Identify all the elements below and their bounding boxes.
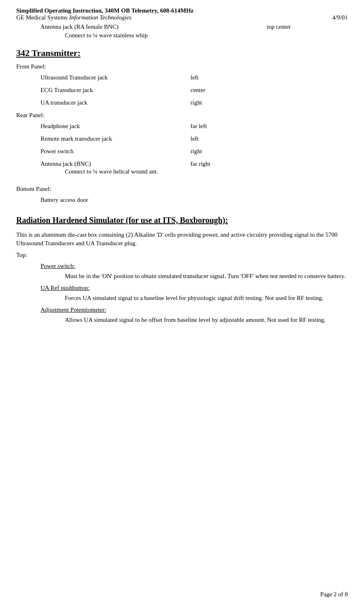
item-label-ua: UA transducer jack: [41, 99, 191, 106]
item-label-battery: Battery access door: [41, 197, 191, 203]
ua-ref-heading: UA Ref pushbutton:: [41, 285, 348, 291]
item-label-power: Power switch: [41, 148, 191, 155]
rear-panel-heading: Rear Panel:: [16, 112, 348, 119]
item-value-remote: left: [191, 135, 199, 142]
list-item: ECG Transducer jack center: [41, 87, 348, 94]
page-title: Simplified Operating Instruction, 340M O…: [16, 7, 193, 14]
bottom-panel-section: Bottom Panel: Battery access door: [16, 186, 348, 203]
antenna-value: top center: [267, 24, 348, 30]
list-item: Headphone jack far left: [41, 123, 348, 130]
antenna-sub: Connect to ¼ wave stainless whip: [41, 32, 348, 39]
item-label-headphone: Headphone jack: [41, 123, 191, 130]
radiation-section: Radiation Hardened Simulator (for use at…: [16, 216, 348, 324]
page-header: Simplified Operating Instruction, 340M O…: [16, 7, 348, 21]
company-name: GE Medical Systems Information Technolog…: [16, 14, 131, 21]
front-panel-section: Front Panel: Ultrasound Transducer jack …: [16, 63, 348, 106]
adjustment-subsection: Adjustment Potentiometer: Allows UA simu…: [16, 306, 348, 324]
item-label-ecg: ECG Transducer jack: [41, 87, 191, 94]
front-panel-items: Ultrasound Transducer jack left ECG Tran…: [16, 74, 348, 106]
list-item: Ultrasound Transducer jack left: [41, 74, 348, 81]
intro-section: Antenna jack (RA female BNC) top center …: [16, 24, 348, 39]
rear-panel-section: Rear Panel: Headphone jack far left Remo…: [16, 112, 348, 181]
item-value-antenna-bnc: far right: [191, 161, 210, 167]
item-value-ua: right: [191, 99, 202, 106]
bottom-panel-heading: Bottom Panel:: [16, 186, 348, 193]
radiation-heading: Radiation Hardened Simulator (for use at…: [16, 216, 348, 225]
document-date: 4/9/01: [332, 14, 348, 21]
front-panel-heading: Front Panel:: [16, 63, 348, 70]
bottom-panel-items: Battery access door: [16, 197, 348, 203]
ua-ref-content: Forces UA simulated signal to a baseline…: [41, 294, 348, 302]
power-switch-content: Must be in the 'ON' position to obtain s…: [41, 272, 348, 281]
antenna-label: Antenna jack (RA female BNC): [41, 24, 118, 30]
transmitter-heading: 342 Transmitter:: [16, 48, 348, 58]
list-item: Power switch right: [41, 148, 348, 155]
item-value-headphone: far left: [191, 123, 207, 130]
company-italic: Information Technologies: [69, 14, 131, 21]
adjustment-content: Allows UA simulated signal to be offset …: [41, 316, 348, 324]
antenna-bnc-item: Antenna jack (BNC) far right Connect to …: [41, 161, 348, 181]
item-value-ecg: center: [191, 87, 206, 94]
list-item: Battery access door: [41, 197, 348, 203]
list-item: Remote mark transducer jack left: [41, 135, 348, 142]
radiation-description: This is an aluminum die-cast box contain…: [16, 231, 348, 248]
item-value-power: right: [191, 148, 202, 155]
page-number: Page 2 of 8: [320, 591, 348, 597]
page: Simplified Operating Instruction, 340M O…: [0, 0, 364, 606]
transmitter-section: 342 Transmitter: Front Panel: Ultrasound…: [16, 48, 348, 203]
antenna-row: Antenna jack (RA female BNC) top center: [41, 24, 348, 30]
power-switch-heading: Power switch:: [41, 263, 348, 270]
list-item: UA transducer jack right: [41, 99, 348, 106]
antenna-bnc-row: Antenna jack (BNC) far right: [41, 161, 348, 167]
top-label: Top:: [16, 252, 348, 259]
item-label-remote: Remote mark transducer jack: [41, 135, 191, 142]
item-label-antenna-bnc: Antenna jack (BNC): [41, 161, 191, 167]
adjustment-heading: Adjustment Potentiometer:: [41, 306, 348, 313]
rear-panel-items: Headphone jack far left Remote mark tran…: [16, 123, 348, 181]
power-switch-subsection: Power switch: Must be in the 'ON' positi…: [16, 263, 348, 281]
antenna-bnc-sub: Connect to ¼ wave helical wound ant.: [41, 168, 348, 175]
item-value-ultrasound: left: [191, 74, 199, 81]
item-label-ultrasound: Ultrasound Transducer jack: [41, 74, 191, 81]
page-footer: Page 2 of 8: [320, 591, 348, 598]
company-prefix: GE Medical Systems: [16, 14, 69, 21]
ua-ref-subsection: UA Ref pushbutton: Forces UA simulated s…: [16, 285, 348, 302]
